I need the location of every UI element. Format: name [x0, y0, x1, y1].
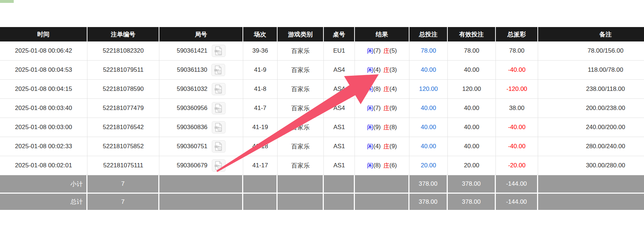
table-row: 2025-01-08 00:06:42 522181082320 5903614… — [0, 41, 644, 61]
cell-bet-number: 522181075111 — [87, 156, 159, 175]
video-film-icon — [214, 161, 223, 170]
video-replay-button[interactable] — [212, 140, 226, 153]
cell-game-type: 百家乐 — [278, 156, 324, 175]
total-bet-link[interactable]: 120.00 — [419, 85, 438, 93]
cell-round-number: 590360679 — [159, 156, 243, 175]
cell-payout: -20.00 — [496, 156, 538, 175]
video-film-icon — [214, 84, 223, 94]
cell-total-bet: 40.00 — [409, 61, 448, 80]
cell-game-type: 百家乐 — [278, 41, 324, 61]
cell-table-number: AS4 — [324, 80, 355, 99]
cell-remark: 280.00/240.00 — [538, 137, 644, 156]
video-replay-button[interactable] — [212, 102, 226, 114]
subtotal-count: 7 — [87, 175, 159, 193]
video-film-icon — [214, 46, 223, 56]
grand-total-row: 总计 7 378.00 378.00 -144.00 — [0, 193, 644, 210]
cell-session: 39-36 — [243, 41, 278, 61]
header-total-bet: 总投注 — [409, 27, 448, 41]
cell-round-number: 590361032 — [159, 80, 243, 99]
cell-result: 闲(8)庄(6) — [355, 156, 409, 175]
header-round-number: 局号 — [159, 27, 243, 41]
cell-time: 2025-01-08 00:02:01 — [0, 156, 87, 175]
cell-time: 2025-01-08 00:04:53 — [0, 61, 87, 80]
header-valid-bet: 有效投注 — [448, 27, 496, 41]
header-table-number: 桌号 — [324, 27, 355, 41]
cell-valid-bet: 40.00 — [448, 99, 496, 118]
cell-game-type: 百家乐 — [278, 118, 324, 137]
cell-bet-number: 522181082320 — [87, 41, 159, 61]
header-payout: 总派彩 — [496, 27, 538, 41]
cell-session: 41-19 — [243, 118, 278, 137]
cell-session: 41-17 — [243, 156, 278, 175]
cell-round-number: 590360836 — [159, 118, 243, 137]
grand-total-payout: -144.00 — [496, 194, 538, 210]
cell-result: 闲(7)庄(9) — [355, 99, 409, 118]
video-replay-button[interactable] — [212, 83, 226, 95]
cell-round-number: 590360751 — [159, 137, 243, 156]
cell-total-bet: 78.00 — [409, 41, 448, 61]
total-bet-link[interactable]: 40.00 — [421, 143, 436, 150]
subtotal-valid-bet: 378.00 — [448, 175, 496, 193]
video-replay-button[interactable] — [211, 64, 225, 76]
cell-remark: 118.00/78.00 — [538, 61, 644, 80]
cell-bet-number: 522181078590 — [87, 80, 159, 99]
grand-total-valid-bet: 378.00 — [448, 194, 496, 210]
video-film-icon — [214, 65, 223, 75]
header-game-type: 游戏类别 — [278, 27, 324, 41]
cell-remark: 238.00/118.00 — [538, 80, 644, 99]
header-session: 场次 — [243, 27, 278, 41]
cell-bet-number: 522181075852 — [87, 137, 159, 156]
cell-payout: -40.00 — [496, 137, 538, 156]
table-body: 2025-01-08 00:06:42 522181082320 5903614… — [0, 41, 644, 175]
subtotal-payout: -144.00 — [496, 175, 538, 193]
table-row: 2025-01-08 00:02:01 522181075111 5903606… — [0, 156, 644, 175]
cell-time: 2025-01-08 00:03:40 — [0, 99, 87, 118]
cell-total-bet: 20.00 — [409, 156, 448, 175]
table-row: 2025-01-08 00:03:40 522181077479 5903609… — [0, 99, 644, 118]
total-bet-link[interactable]: 40.00 — [421, 66, 436, 74]
cell-result: 闲(8)庄(4) — [355, 80, 409, 99]
table-row: 2025-01-08 00:04:53 522181079511 5903611… — [0, 61, 644, 80]
total-bet-link[interactable]: 78.00 — [421, 47, 436, 54]
cell-remark: 300.00/280.00 — [538, 156, 644, 175]
cell-game-type: 百家乐 — [278, 61, 324, 80]
cell-bet-number: 522181076542 — [87, 118, 159, 137]
cell-total-bet: 40.00 — [409, 118, 448, 137]
cell-game-type: 百家乐 — [278, 137, 324, 156]
video-replay-button[interactable] — [212, 45, 226, 57]
total-bet-link[interactable]: 40.00 — [421, 124, 436, 131]
header-result: 结果 — [355, 27, 409, 41]
video-replay-button[interactable] — [212, 159, 226, 172]
total-bet-link[interactable]: 40.00 — [421, 105, 436, 112]
cell-round-number: 590361130 — [159, 61, 243, 80]
cell-time: 2025-01-08 00:06:42 — [0, 41, 87, 61]
cell-time: 2025-01-08 00:03:00 — [0, 118, 87, 137]
cell-result: 闲(9)庄(8) — [355, 118, 409, 137]
subtotal-row: 小计 7 378.00 378.00 -144.00 — [0, 175, 644, 193]
cell-result: 闲(4)庄(9) — [355, 137, 409, 156]
video-replay-button[interactable] — [212, 121, 226, 133]
video-film-icon — [214, 142, 223, 151]
cell-remark: 200.00/238.00 — [538, 99, 644, 118]
cell-table-number: EU1 — [324, 41, 355, 61]
cell-remark: 78.00/156.00 — [538, 41, 644, 61]
cell-payout: 38.00 — [496, 99, 538, 118]
grand-total-label: 总计 — [0, 194, 87, 210]
cell-game-type: 百家乐 — [278, 80, 324, 99]
cell-total-bet: 40.00 — [409, 137, 448, 156]
cell-game-type: 百家乐 — [278, 99, 324, 118]
subtotal-total-bet: 378.00 — [409, 175, 448, 193]
cell-valid-bet: 78.00 — [448, 41, 496, 61]
grand-total-total-bet: 378.00 — [409, 194, 448, 210]
video-film-icon — [214, 104, 223, 113]
cell-total-bet: 120.00 — [409, 80, 448, 99]
cell-valid-bet: 40.00 — [448, 118, 496, 137]
cell-payout: 78.00 — [496, 41, 538, 61]
cell-result: 闲(7)庄(5) — [355, 41, 409, 61]
header-bet-number: 注单编号 — [87, 27, 159, 41]
cell-valid-bet: 40.00 — [448, 61, 496, 80]
total-bet-link[interactable]: 20.00 — [421, 162, 436, 169]
cell-payout: -40.00 — [496, 118, 538, 137]
header-remark: 备注 — [538, 27, 644, 41]
cell-table-number: AS1 — [324, 137, 355, 156]
